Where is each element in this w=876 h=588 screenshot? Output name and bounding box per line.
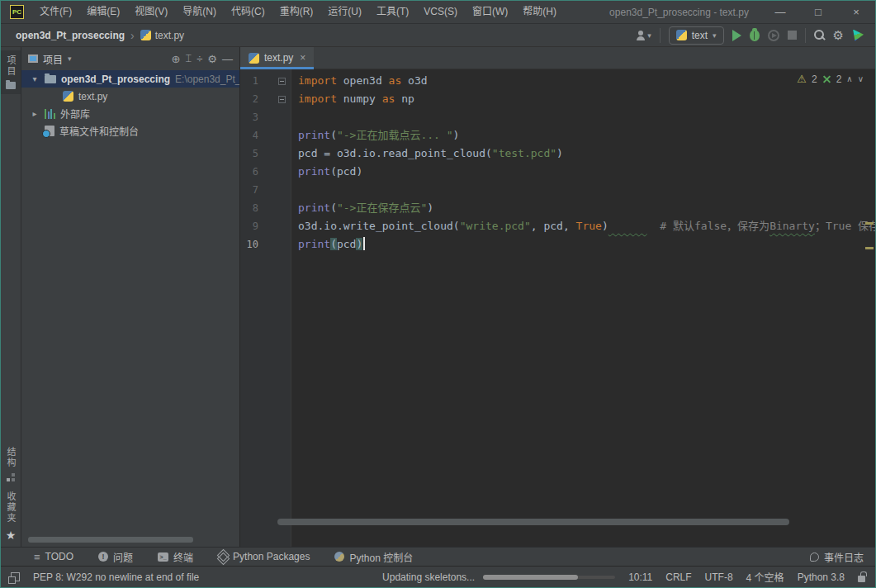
- code-area[interactable]: import open3d as o3dimport numpy as nppr…: [291, 69, 875, 547]
- toolwindow-terminal[interactable]: >_ 终端: [158, 550, 193, 564]
- toolwindow-python-packages[interactable]: Python Packages: [218, 551, 310, 562]
- editor-tab-textpy[interactable]: text.py ×: [240, 47, 314, 69]
- menu-item[interactable]: 编辑(E): [79, 1, 127, 23]
- chevron-down-icon: ▾: [68, 55, 72, 63]
- encoding-select[interactable]: UTF-8: [705, 571, 733, 583]
- python-file-icon: [249, 53, 259, 64]
- main-area: 项目 结构 收藏夹 ★ 项目 ▾ ⊕: [1, 47, 875, 547]
- menu-item[interactable]: 帮助(H): [515, 1, 564, 23]
- breadcrumb-separator-icon: ›: [130, 29, 135, 42]
- tree-row-root[interactable]: ▾ open3d_Pt_proseccing E:\open3d_Pt_: [21, 70, 239, 88]
- write-access-lock-icon[interactable]: [858, 576, 865, 582]
- breadcrumb-project[interactable]: open3d_Pt_proseccing: [16, 30, 125, 41]
- inspections-widget[interactable]: ⚠ 2 2 ∧ ∨: [797, 73, 864, 85]
- expand-all-icon[interactable]: ⌶: [185, 52, 192, 65]
- todo-list-icon: ≡: [34, 551, 40, 563]
- project-view-select[interactable]: 项目 ▾: [28, 52, 72, 66]
- indent-select[interactable]: 4 个空格: [746, 570, 784, 584]
- error-stripe-mark[interactable]: [865, 222, 874, 225]
- stripe-tab-favorites[interactable]: 收藏夹 ★: [1, 486, 21, 547]
- python-file-icon: [140, 30, 151, 40]
- error-stripe-mark[interactable]: [865, 247, 874, 249]
- progress-fill: [483, 575, 578, 580]
- next-problem-icon[interactable]: ∨: [858, 74, 864, 83]
- editor-horizontal-scrollbar[interactable]: [277, 519, 789, 525]
- tool-window-bar: ≡ TODO ! 问题 >_ 终端 Python Packages Python…: [1, 547, 875, 566]
- menu-item[interactable]: 工具(T): [369, 1, 416, 23]
- chevron-expanded-icon[interactable]: ▾: [30, 74, 40, 83]
- gutter-line: 8: [240, 199, 291, 217]
- previous-problem-icon[interactable]: ∧: [846, 74, 852, 83]
- plugin-icon[interactable]: [852, 30, 864, 41]
- collapse-all-icon[interactable]: ÷: [197, 53, 202, 65]
- libraries-icon: [45, 109, 55, 119]
- menu-item[interactable]: VCS(S): [416, 1, 465, 23]
- code-line: pcd = o3d.io.read_point_cloud("test.pcd"…: [298, 145, 875, 163]
- line-ending-select[interactable]: CRLF: [665, 571, 691, 583]
- code-line: print(pcd): [298, 163, 875, 181]
- gutter[interactable]: 12345678910: [240, 69, 291, 547]
- toolwindow-toggle-icon[interactable]: [11, 572, 20, 581]
- project-horizontal-scrollbar[interactable]: [28, 537, 193, 543]
- folder-icon: [45, 75, 56, 83]
- main-toolbar: open3d_Pt_proseccing › text.py ▾ text ▾: [1, 24, 875, 47]
- toolwindow-todo[interactable]: ≡ TODO: [34, 551, 73, 563]
- menu-item[interactable]: 文件(F): [32, 1, 79, 23]
- debug-button[interactable]: [750, 30, 760, 41]
- structure-icon: [7, 473, 15, 481]
- tree-row-file[interactable]: text.py: [21, 88, 239, 105]
- toolwindow-problems[interactable]: ! 问题: [98, 550, 133, 564]
- stripe-tab-project[interactable]: 项目: [1, 50, 21, 94]
- close-tab-icon[interactable]: ×: [300, 52, 305, 64]
- maximize-button[interactable]: □: [799, 1, 837, 23]
- caret-position[interactable]: 10:11: [628, 571, 652, 583]
- gutter-line: 9: [240, 217, 291, 235]
- run-with-coverage-button[interactable]: [768, 30, 779, 41]
- gutter-line: 3: [240, 108, 291, 126]
- user-dropdown[interactable]: ▾: [636, 31, 651, 40]
- title-bar: PC 文件(F)编辑(E)视图(V)导航(N)代码(C)重构(R)运行(U)工具…: [1, 1, 875, 24]
- code-line: [298, 108, 875, 126]
- settings-button[interactable]: ⚙: [833, 30, 844, 41]
- chevron-collapsed-icon[interactable]: ▸: [30, 109, 40, 118]
- gutter-line: 6: [240, 163, 291, 181]
- window-title: open3d_Pt_proseccing - text.py: [564, 7, 761, 18]
- search-everywhere-button[interactable]: [814, 30, 825, 40]
- python-config-icon: [676, 30, 687, 40]
- fold-icon[interactable]: [278, 78, 286, 85]
- menu-item[interactable]: 窗口(W): [465, 1, 515, 23]
- fold-icon[interactable]: [278, 96, 286, 103]
- terminal-icon: >_: [158, 552, 168, 562]
- progress-bar: [483, 576, 615, 579]
- event-log-icon: [810, 552, 819, 562]
- tree-row-external-libraries[interactable]: ▸ 外部库: [21, 105, 239, 122]
- menu-item[interactable]: 视图(V): [127, 1, 175, 23]
- background-task[interactable]: Updating skeletons...: [382, 571, 615, 583]
- minimize-button[interactable]: —: [761, 1, 799, 23]
- hide-panel-icon[interactable]: —: [222, 53, 233, 65]
- locate-file-icon[interactable]: ⊕: [171, 53, 180, 65]
- menu-item[interactable]: 导航(N): [175, 1, 224, 23]
- typo-icon: [822, 74, 831, 83]
- interpreter-select[interactable]: Python 3.8: [798, 571, 845, 583]
- menu-item[interactable]: 代码(C): [224, 1, 272, 23]
- stop-button[interactable]: [788, 31, 797, 40]
- menu-item[interactable]: 运行(U): [320, 1, 369, 23]
- project-panel-header: 项目 ▾ ⊕ ⌶ ÷ ⚙ —: [21, 47, 239, 70]
- run-button[interactable]: [732, 30, 741, 41]
- close-button[interactable]: ×: [837, 1, 875, 23]
- gutter-line: 1: [240, 72, 291, 90]
- run-configuration-select[interactable]: text ▾: [669, 26, 724, 45]
- folder-icon: [6, 82, 16, 89]
- stripe-tab-structure[interactable]: 结构: [1, 442, 21, 486]
- toolbar-right: ▾ text ▾ ⚙: [636, 26, 875, 45]
- breadcrumb-file[interactable]: text.py: [140, 30, 184, 41]
- panel-settings-icon[interactable]: ⚙: [207, 53, 217, 65]
- menu-item[interactable]: 重构(R): [272, 1, 321, 23]
- editor-body: 12345678910 import open3d as o3dimport n…: [240, 69, 875, 547]
- toolwindow-python-console[interactable]: Python 控制台: [334, 550, 413, 564]
- chevron-down-icon: ▾: [647, 31, 651, 40]
- toolwindow-event-log[interactable]: 事件日志: [810, 550, 864, 564]
- gutter-line: 7: [240, 181, 291, 199]
- tree-row-scratches[interactable]: 草稿文件和控制台: [21, 122, 239, 140]
